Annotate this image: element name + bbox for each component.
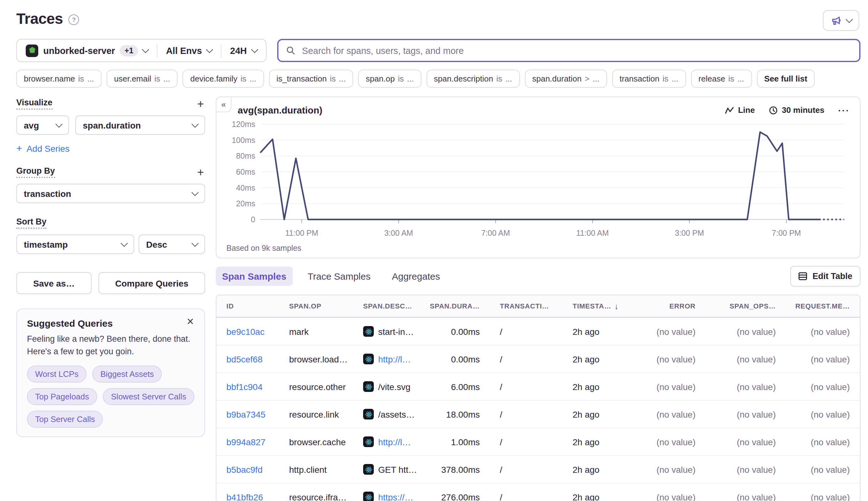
no-value-text: (no value) bbox=[737, 437, 776, 447]
column-label: ERROR bbox=[669, 302, 696, 310]
cell-request-method: (no value) bbox=[786, 492, 860, 501]
chart-type-button[interactable]: Line bbox=[725, 105, 755, 115]
span-id-link[interactable]: bd5cef68 bbox=[226, 354, 263, 364]
chevron-down-icon bbox=[251, 46, 258, 53]
column-header-span-dura[interactable]: SPAN.DURA… bbox=[430, 302, 490, 310]
column-header-timesta[interactable]: TIMESTA…↓ bbox=[563, 301, 643, 311]
suggested-query-biggest-assets[interactable]: Biggest Assets bbox=[92, 365, 162, 383]
chart-interval-button[interactable]: 30 minutes bbox=[769, 105, 824, 115]
search-icon bbox=[286, 46, 295, 55]
span-id-link[interactable]: bbf1c904 bbox=[226, 382, 263, 392]
field-select[interactable]: span.duration bbox=[75, 115, 205, 135]
cell-transaction: / bbox=[490, 326, 563, 337]
cell-error: (no value) bbox=[643, 382, 706, 392]
clock-icon bbox=[769, 106, 777, 115]
filter-operator: is bbox=[729, 74, 734, 83]
sort-descending-icon[interactable]: ↓ bbox=[614, 301, 619, 311]
timestamp-value[interactable]: 2h ago bbox=[573, 492, 600, 501]
span-id-link[interactable]: b994a827 bbox=[226, 437, 266, 447]
date-range-selector[interactable]: 24H bbox=[221, 40, 266, 62]
timestamp-value[interactable]: 2h ago bbox=[573, 326, 600, 337]
span-id-link[interactable]: be9c10ac bbox=[226, 326, 264, 337]
aggregate-select[interactable]: avg bbox=[16, 115, 69, 135]
search-input[interactable] bbox=[301, 45, 852, 56]
timestamp-value[interactable]: 2h ago bbox=[573, 382, 600, 392]
filter-key: release bbox=[698, 74, 725, 83]
add-visualize-button[interactable]: + bbox=[196, 98, 205, 109]
environment-label: All Envs bbox=[166, 45, 202, 55]
project-selector[interactable]: unborked-server +1 bbox=[17, 40, 157, 62]
column-header-id[interactable]: ID bbox=[216, 302, 279, 310]
suggested-query-worst-lcps[interactable]: Worst LCPs bbox=[27, 365, 86, 383]
span-description-link[interactable]: http://l… bbox=[378, 354, 411, 364]
group-by-select[interactable]: transaction bbox=[16, 184, 205, 203]
span-id-link[interactable]: b9ba7345 bbox=[226, 409, 266, 419]
timestamp-value[interactable]: 2h ago bbox=[573, 464, 600, 475]
cell-span-description: /vite.svg bbox=[353, 381, 430, 392]
filter-operator: > bbox=[585, 74, 590, 83]
cell-span-ops: (no value) bbox=[706, 437, 786, 447]
span-description-link[interactable]: http://l… bbox=[378, 437, 411, 447]
column-header-request-me[interactable]: REQUEST.ME… bbox=[786, 302, 860, 310]
collapse-sidebar-button[interactable]: « bbox=[216, 97, 231, 112]
add-group-by-button[interactable]: + bbox=[196, 167, 205, 178]
chart-menu-button[interactable]: ··· bbox=[838, 105, 850, 115]
column-header-transacti[interactable]: TRANSACTI… bbox=[490, 302, 563, 310]
sort-direction-select[interactable]: Desc bbox=[139, 235, 205, 254]
project-count-badge: +1 bbox=[120, 45, 138, 56]
help-icon[interactable]: ? bbox=[69, 14, 80, 25]
save-as-button[interactable]: Save as… bbox=[16, 272, 92, 294]
filter-chip-device-family[interactable]: device.familyis... bbox=[183, 70, 264, 88]
span-id-link[interactable]: b41bfb26 bbox=[226, 492, 263, 501]
search-bar[interactable] bbox=[277, 39, 860, 62]
cell-request-method: (no value) bbox=[786, 354, 860, 364]
span-id-link[interactable]: b5bac9fd bbox=[226, 464, 263, 475]
tab-aggregates[interactable]: Aggregates bbox=[386, 266, 446, 286]
close-icon[interactable]: × bbox=[183, 315, 198, 328]
table-row-b5bac9fd: b5bac9fdhttp.clientGET htt…378.00ms/2h a… bbox=[216, 456, 860, 483]
compare-queries-button[interactable]: Compare Queries bbox=[98, 272, 205, 294]
column-header-span-ops[interactable]: SPAN_OPS… bbox=[706, 302, 786, 310]
filter-chip-span-duration[interactable]: span.duration>... bbox=[525, 70, 607, 88]
date-range-label: 24H bbox=[230, 45, 247, 55]
filter-chip-browser-name[interactable]: browser.nameis... bbox=[16, 70, 102, 88]
cell-span-op: resource.other bbox=[279, 382, 353, 392]
filter-chip-is-transaction[interactable]: is_transactionis... bbox=[269, 70, 353, 88]
suggested-query-slowest-server-calls[interactable]: Slowest Server Calls bbox=[103, 388, 194, 405]
no-value-text: (no value) bbox=[737, 382, 776, 392]
see-full-list-button[interactable]: See full list bbox=[757, 70, 815, 88]
whats-new-button[interactable] bbox=[823, 10, 859, 31]
filter-value: ... bbox=[339, 74, 346, 83]
tab-span-samples[interactable]: Span Samples bbox=[216, 266, 293, 286]
timestamp-value[interactable]: 2h ago bbox=[573, 409, 600, 419]
filter-value: ... bbox=[737, 74, 744, 83]
suggested-query-top-server-calls[interactable]: Top Server Calls bbox=[27, 411, 103, 428]
tab-trace-samples[interactable]: Trace Samples bbox=[301, 266, 377, 286]
column-header-span-op[interactable]: SPAN.OP bbox=[279, 302, 353, 310]
table-row-bd5cef68: bd5cef68browser.load…http://l…0.00ms/2h … bbox=[216, 345, 860, 373]
filter-chip-release[interactable]: releaseis... bbox=[691, 70, 752, 88]
column-header-error[interactable]: ERROR bbox=[643, 302, 706, 310]
line-chart[interactable]: 120ms100ms80ms60ms40ms20ms011:00 PM3:00 … bbox=[226, 115, 850, 244]
filter-chip-transaction[interactable]: transactionis... bbox=[612, 70, 686, 88]
no-value-text: (no value) bbox=[811, 464, 850, 475]
no-value-text: (no value) bbox=[656, 354, 696, 364]
column-header-span-desc[interactable]: SPAN.DESC… bbox=[353, 302, 430, 310]
cell-error: (no value) bbox=[643, 354, 706, 364]
timestamp-value[interactable]: 2h ago bbox=[573, 437, 600, 447]
cell-span-description: http://l… bbox=[353, 354, 430, 364]
environment-selector[interactable]: All Envs bbox=[157, 40, 221, 62]
span-description-link[interactable]: https://… bbox=[378, 492, 413, 501]
sort-field-select[interactable]: timestamp bbox=[16, 235, 134, 254]
edit-table-button[interactable]: Edit Table bbox=[791, 266, 860, 287]
timestamp-value[interactable]: 2h ago bbox=[573, 354, 600, 364]
filter-operator: is bbox=[496, 74, 502, 83]
filter-chip-span-description[interactable]: span.descriptionis... bbox=[426, 70, 520, 88]
no-value-text: (no value) bbox=[737, 354, 776, 364]
filter-chip-user-email[interactable]: user.emailis... bbox=[107, 70, 178, 88]
group-by-value: transaction bbox=[24, 189, 71, 199]
suggested-query-top-pageloads[interactable]: Top Pageloads bbox=[27, 388, 97, 405]
cell-timestamp: 2h ago bbox=[563, 382, 643, 392]
add-series-button[interactable]: + Add Series bbox=[16, 143, 70, 154]
filter-chip-span-op[interactable]: span.opis... bbox=[358, 70, 421, 88]
